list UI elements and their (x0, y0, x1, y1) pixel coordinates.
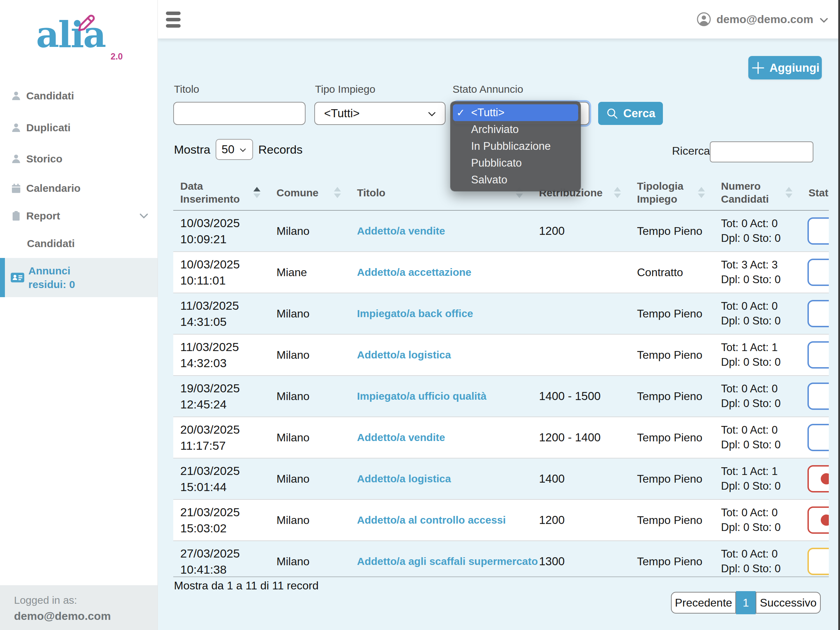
cell-numero-candidati: Tot: 0 Act: 0 Dpl: 0 Sto: 0 (714, 417, 802, 458)
user-email: demo@demo.com (717, 13, 813, 26)
stato-button[interactable] (807, 507, 829, 534)
annuncio-link[interactable]: Addetto/a al controllo accessi (357, 514, 506, 526)
tipo-impiego-select[interactable]: <Tutti> (314, 102, 445, 125)
annuncio-link[interactable]: Addetto/a agli scaffali supermercato (357, 556, 538, 567)
dropdown-option[interactable]: In Pubblicazione (453, 138, 578, 155)
annuncio-link[interactable]: Addetto/a accettazione (357, 266, 471, 278)
clipboard-icon (11, 210, 22, 221)
stato-button[interactable] (807, 217, 829, 245)
annuncio-link[interactable]: Addetto/a vendite (357, 431, 445, 444)
cell-tipologia-impiego: Contratto (630, 252, 714, 293)
sidebar-item-candidati[interactable]: Candidati (0, 87, 158, 104)
sort-icon (698, 187, 705, 198)
annuncio-link[interactable]: Impiegato/a back office (357, 308, 473, 319)
user-menu[interactable]: demo@demo.com (696, 11, 829, 28)
next-page-button[interactable]: Successivo (756, 592, 821, 614)
annuncio-link[interactable]: Impiegato/a ufficio qualità (357, 390, 486, 402)
column-header-numero-candidati[interactable]: Numero Candidati (714, 175, 802, 210)
annuncio-link[interactable]: Addetto/a logistica (357, 349, 451, 361)
cell-retribuzione: 1200 (532, 211, 630, 251)
sidebar-item-annunci[interactable]: Annunci residui: 0 (0, 258, 158, 297)
cell-retribuzione: 1400 (532, 458, 630, 499)
sidebar-item-report[interactable]: Report (0, 208, 158, 224)
column-header-stato[interactable]: Stato (802, 175, 829, 210)
stato-button[interactable] (807, 300, 829, 327)
cell-titolo: Addetto/a vendite (350, 211, 532, 251)
cell-titolo: Impiegato/a back office (350, 293, 532, 334)
search-button[interactable]: Cerca (598, 102, 663, 125)
cell-comune: Milano (270, 500, 350, 540)
cell-numero-candidati: Tot: 0 Act: 0 Dpl: 0 Sto: 0 (714, 376, 802, 417)
annuncio-link[interactable]: Addetto/a logistica (357, 473, 451, 485)
topbar: demo@demo.com (158, 0, 840, 38)
table-body: 10/03/2025 10:09:21 Milano Addetto/a ven… (173, 211, 829, 577)
stato-button[interactable] (807, 259, 829, 286)
annuncio-link[interactable]: Addetto/a vendite (357, 225, 445, 237)
app-logo[interactable]: alia 2.0 (0, 0, 158, 74)
dropdown-option[interactable]: Archiviato (453, 121, 578, 138)
stato-button[interactable] (807, 341, 829, 369)
dropdown-option[interactable]: Pubblicato (453, 155, 578, 172)
cell-comune: Milano (270, 293, 350, 334)
logo-version: 2.0 (111, 51, 123, 62)
status-dot-icon (821, 515, 829, 526)
previous-page-button[interactable]: Precedente (671, 592, 736, 614)
sidebar-item-storico[interactable]: Storico (0, 150, 158, 167)
stato-annuncio-filter-label: Stato Annuncio (453, 83, 523, 95)
hamburger-menu-icon[interactable] (166, 11, 181, 28)
cell-retribuzione: 1200 - 1400 (532, 417, 630, 458)
cell-retribuzione (532, 335, 630, 375)
sort-icon (614, 187, 621, 198)
cell-tipologia-impiego: Tempo Pieno (630, 211, 714, 251)
dropdown-option-label: In Pubblicazione (471, 140, 551, 153)
table-row: 27/03/2025 10:41:38 Milano Addetto/a agl… (173, 540, 829, 577)
cell-stato (802, 458, 829, 499)
sidebar-footer: Logged in as: demo@demo.com (0, 585, 158, 630)
ricerca-input[interactable] (710, 141, 813, 163)
plus-icon (751, 60, 766, 75)
search-button-label: Cerca (623, 107, 655, 120)
person-icon (11, 122, 22, 133)
page-size-control: Mostra 50 Records (174, 139, 303, 160)
column-header-data-inserimento[interactable]: Data Inserimento (173, 175, 270, 210)
stato-button[interactable] (807, 465, 829, 493)
table-record-count: Mostra da 1 a 11 di 11 record (174, 579, 319, 592)
stato-button[interactable] (807, 548, 829, 575)
records-label: Records (258, 143, 303, 156)
sort-icon (334, 187, 341, 198)
cell-tipologia-impiego: Tempo Pieno (630, 293, 714, 334)
cell-titolo: Addetto/a logistica (350, 335, 532, 375)
dropdown-option[interactable]: Salvato (453, 172, 578, 188)
table-row: 10/03/2025 10:11:01 Miane Addetto/a acce… (173, 251, 829, 293)
cell-tipologia-impiego: Tempo Pieno (630, 458, 714, 499)
page-size-select[interactable]: 50 (216, 139, 253, 160)
logged-in-as-label: Logged in as: (14, 594, 158, 606)
cell-stato (802, 252, 829, 293)
sidebar-item-duplicati[interactable]: Duplicati (0, 119, 158, 136)
cell-tipologia-impiego: Tempo Pieno (630, 335, 714, 375)
column-header-tipologia-impiego[interactable]: Tipologia Impiego (630, 175, 714, 210)
cell-data-inserimento: 11/03/2025 14:32:03 (173, 335, 270, 375)
cell-numero-candidati: Tot: 1 Act: 1 Dpl: 0 Sto: 0 (714, 335, 802, 375)
sidebar-item-label: Report (26, 210, 60, 222)
pencil-icon (74, 13, 96, 34)
add-button-label: Aggiungi (770, 61, 820, 74)
sidebar-item-calendario[interactable]: Calendario (0, 180, 158, 197)
table-row: 11/03/2025 14:32:03 Milano Addetto/a log… (173, 334, 829, 375)
sort-icon (785, 187, 793, 198)
chevron-down-icon (818, 15, 829, 26)
active-indicator-bar (0, 258, 5, 297)
current-page-button[interactable]: 1 (736, 591, 756, 614)
cell-retribuzione: 1400 - 1500 (532, 376, 630, 417)
sidebar-item-report-candidati[interactable]: Candidati (0, 235, 158, 252)
sidebar-item-label: Storico (26, 153, 62, 165)
column-header-comune[interactable]: Comune (270, 175, 350, 210)
stato-button[interactable] (807, 382, 829, 410)
add-button[interactable]: Aggiungi (748, 56, 822, 79)
titolo-input[interactable] (173, 102, 306, 125)
dropdown-option-label: Salvato (471, 174, 507, 186)
dropdown-option[interactable]: ✓ <Tutti> (453, 104, 578, 121)
stato-button[interactable] (807, 424, 829, 451)
main-area: demo@demo.com Aggiungi Titolo Tipo Impie… (158, 0, 840, 630)
cell-numero-candidati: Tot: 0 Act: 0 Dpl: 0 Sto: 0 (714, 211, 802, 251)
